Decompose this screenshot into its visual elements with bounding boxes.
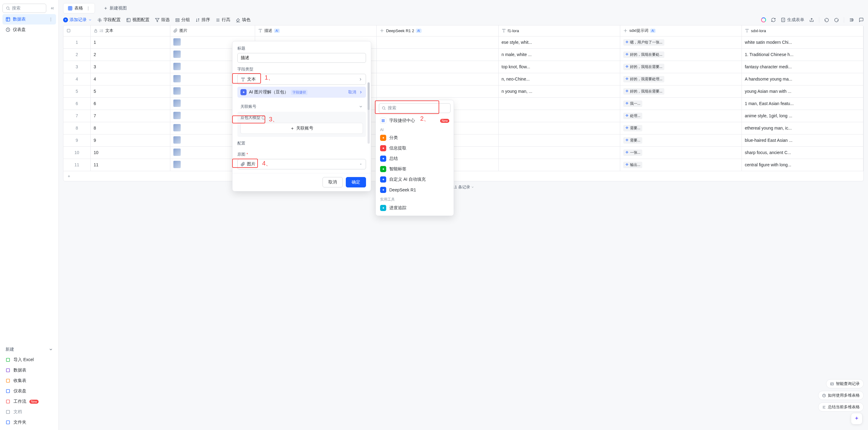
new-item[interactable]: 导入 Excel [2, 355, 56, 365]
tab-more-icon[interactable]: ⋮ [86, 6, 90, 11]
title-input[interactable] [237, 53, 366, 63]
popup-item[interactable]: ✦信息提取 [376, 143, 454, 153]
field-type-select[interactable]: 文本 [237, 74, 366, 85]
config-section-label: 配置 [237, 141, 366, 146]
table-row[interactable]: 4 4 n, neo-Chine... 好的，我需要处理... A handso… [63, 73, 863, 85]
gen-form-button[interactable]: 生成表单 [781, 17, 804, 23]
orig-image-label: 原图 * [237, 152, 366, 157]
share-icon[interactable] [809, 18, 814, 22]
thumbnail[interactable] [173, 87, 181, 95]
refresh-icon[interactable] [771, 18, 776, 22]
scrollbar[interactable] [368, 82, 370, 144]
popup-item[interactable]: ✦DeepSeek R1 [376, 185, 454, 195]
field-config-button[interactable]: 字段配置 [97, 17, 121, 23]
nav-data-table[interactable]: 数据表 ⋮ [2, 14, 56, 25]
select-all-checkbox[interactable] [63, 25, 90, 36]
find-icon[interactable] [849, 18, 854, 22]
table-row[interactable]: 7 7 处理... anime style, 1girl, long ... [63, 110, 863, 122]
tab-table[interactable]: 表格 ⋮ [63, 3, 95, 13]
table-row[interactable]: 6 6 我一... 1 man, East Asian featu... [63, 97, 863, 110]
column-sdxl-prompt[interactable]: sdxl提示词AI [620, 25, 742, 36]
svg-rect-6 [6, 390, 10, 393]
ai-fab-button[interactable] [851, 413, 863, 425]
column-f1-lora[interactable]: f1-lora [498, 25, 620, 36]
popup-item[interactable]: ✦总结 [376, 153, 454, 164]
add-record-button[interactable]: + 添加记录 [63, 17, 92, 23]
cancel-button[interactable]: 取消 [322, 177, 343, 187]
fill-color-button[interactable]: 填色 [236, 17, 251, 23]
thumbnail[interactable] [173, 112, 181, 119]
link-account-button[interactable]: 关联账号 [241, 123, 363, 134]
table-row[interactable]: 2 2 n male, white ... 好的，我现在要处... 1. Tra… [63, 49, 863, 61]
table-row[interactable]: 9 9 需要... blue-haired East Asian ... [63, 134, 863, 146]
column-image[interactable]: 图片 [170, 25, 255, 36]
column-sdxl-lora[interactable]: sdxl-lora [742, 25, 863, 36]
thumbnail[interactable] [173, 51, 181, 58]
thumbnail[interactable] [173, 136, 181, 144]
popup-search-input[interactable]: 搜索 [379, 103, 451, 113]
ai-shortcut-row[interactable]: ✦ AI 图片理解（豆包） 字段捷径 取消 [237, 87, 366, 98]
svg-rect-12 [127, 18, 130, 22]
row-height-button[interactable]: 行高 [216, 17, 230, 23]
new-item[interactable]: 收集表 [2, 375, 56, 386]
thumbnail[interactable] [173, 38, 181, 45]
table-row[interactable]: 10 10 一张... sharp focus, ancient C... [63, 146, 863, 159]
comment-icon[interactable] [859, 18, 864, 22]
group-button[interactable]: 分组 [175, 17, 190, 23]
new-section-header[interactable]: 新建 [2, 344, 56, 355]
account-section-toggle[interactable]: 关联账号 [237, 101, 366, 112]
add-row-button[interactable]: + [63, 171, 863, 181]
filter-button[interactable]: 筛选 [155, 17, 170, 23]
table-row[interactable]: 5 5 n young man, ... 好的，我现在需要... young A… [63, 85, 863, 97]
help-chip-howto[interactable]: 如何使用多维表格 [818, 391, 864, 400]
sidebar-search[interactable]: 搜索 [2, 4, 46, 13]
table-row[interactable]: 8 8 需要... ethereal young man, ic... [63, 122, 863, 134]
new-item[interactable]: 仪表盘 [2, 386, 56, 396]
table-row[interactable]: 11 11 输出... central figure with long... [63, 159, 863, 171]
confirm-button[interactable]: 确定 [346, 177, 366, 187]
thumbnail[interactable] [173, 161, 181, 168]
nav-dashboard[interactable]: 仪表盘 [2, 25, 56, 35]
thumbnail[interactable] [173, 99, 181, 107]
more-icon[interactable]: ⋮ [49, 17, 53, 22]
popup-item[interactable]: ✦自定义 AI 自动填充 [376, 174, 454, 185]
help-chip-query[interactable]: 智能查询记录 [826, 379, 864, 388]
new-item[interactable]: 文件夹 [2, 417, 56, 428]
ai-badge: AI [650, 29, 655, 33]
popup-item[interactable]: ✦分类 [376, 133, 454, 143]
text-icon [502, 29, 506, 33]
orig-image-select[interactable]: 图片 [237, 159, 366, 170]
column-text[interactable]: 文本 [90, 25, 170, 36]
info-icon[interactable] [261, 116, 266, 120]
sort-icon [195, 18, 200, 22]
popup-item[interactable]: ✦智能标签 [376, 164, 454, 174]
plus-circle-icon: + [63, 18, 68, 22]
tab-new-view[interactable]: 新建视图 [99, 3, 131, 13]
sparkle-icon [380, 29, 384, 33]
redo-icon[interactable] [834, 18, 839, 22]
sparkle-icon [623, 29, 627, 33]
column-deepseek[interactable]: DeepSeek R1 2AI [377, 25, 498, 36]
table-row[interactable]: 1 1 ese style, whit... 嗯，用户给了一张... white… [63, 36, 863, 49]
collapse-sidebar-icon[interactable] [49, 5, 56, 12]
column-description[interactable]: 描述AI [255, 25, 377, 36]
table-row[interactable]: 3 3 top knot, flow... 好的，我现在需要... fantas… [63, 61, 863, 73]
new-item[interactable]: 数据表 [2, 365, 56, 375]
view-config-button[interactable]: 视图配置 [126, 17, 150, 23]
sort-button[interactable]: 排序 [195, 17, 210, 23]
brand-icon[interactable] [761, 18, 766, 22]
text-icon [745, 29, 749, 33]
thumbnail[interactable] [173, 75, 181, 82]
thumbnail[interactable] [173, 63, 181, 70]
help-chip-summary[interactable]: 总结当前多维表格 [818, 402, 864, 411]
new-item[interactable]: 工作流New [2, 396, 56, 407]
query-icon [830, 382, 834, 386]
new-item[interactable]: 文档 [2, 407, 56, 417]
popup-item[interactable]: ✦进度追踪 [376, 203, 454, 213]
undo-icon[interactable] [824, 18, 829, 22]
thumbnail[interactable] [173, 149, 181, 156]
thumbnail[interactable] [173, 124, 181, 131]
svg-rect-7 [6, 400, 10, 403]
ai-shortcut-cancel[interactable]: 取消 [348, 89, 356, 95]
shortcut-center-item[interactable]: 字段捷径中心 New [376, 116, 454, 126]
